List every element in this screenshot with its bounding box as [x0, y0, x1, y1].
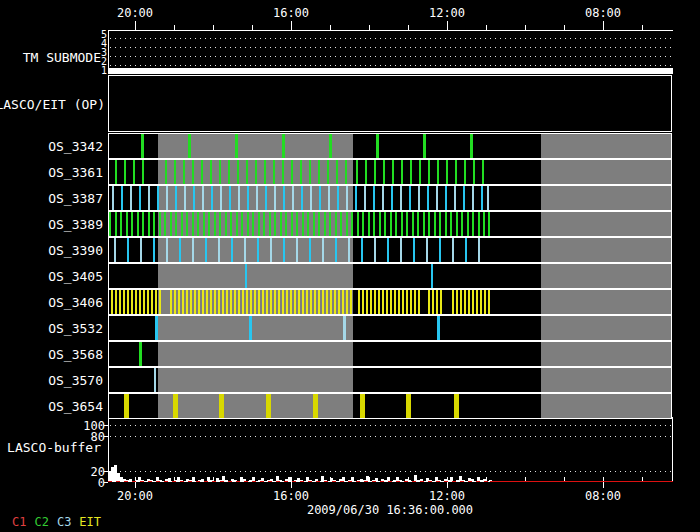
lasco-eit-label: LASCO/EIT (OP): [0, 97, 105, 112]
event-tick: [410, 160, 412, 184]
os-row-label: OS_3532: [48, 321, 103, 336]
os-row-label: OS_3390: [48, 243, 103, 258]
event-tick: [445, 186, 447, 210]
event-tick: [228, 160, 230, 184]
event-tick: [406, 290, 408, 314]
buffer-label: LASCO-buffer: [7, 440, 101, 455]
event-tick: [478, 212, 480, 236]
buffer-zero-line-dashed: [108, 481, 490, 482]
event-tick: [437, 316, 440, 340]
event-tick: [197, 212, 199, 236]
event-tick: [355, 186, 357, 210]
event-tick: [256, 186, 258, 210]
event-tick: [182, 290, 184, 314]
event-tick: [337, 186, 339, 210]
event-tick: [374, 238, 376, 262]
event-tick: [488, 212, 490, 236]
event-tick: [194, 290, 196, 314]
event-tick: [115, 160, 117, 184]
event-tick: [155, 290, 157, 314]
event-tick: [296, 212, 298, 236]
event-tick: [327, 160, 329, 184]
event-tick: [186, 212, 188, 236]
hour-tick-bottom: [486, 477, 487, 481]
event-tick: [302, 212, 304, 236]
event-tick: [335, 212, 337, 236]
event-tick: [423, 212, 425, 236]
event-tick: [214, 212, 216, 236]
event-tick: [264, 160, 266, 184]
tm-gridline: [110, 47, 672, 48]
tm-submode-value-bar: [108, 68, 673, 74]
event-tick: [274, 212, 276, 236]
event-tick: [417, 212, 419, 236]
event-tick: [137, 212, 139, 236]
event-tick: [121, 186, 123, 210]
event-tick: [434, 212, 436, 236]
hour-tick-bottom: [408, 477, 409, 481]
buffer-right-axis: [672, 417, 673, 482]
event-tick: [306, 290, 308, 314]
event-tick: [334, 290, 336, 314]
hour-tick: [564, 25, 565, 30]
event-tick: [263, 212, 265, 236]
event-tick: [246, 160, 248, 184]
event-tick: [159, 212, 161, 236]
event-tick: [153, 212, 155, 236]
event-tick: [361, 238, 363, 262]
event-tick: [419, 160, 421, 184]
os-row-label: OS_3405: [48, 269, 103, 284]
event-tick: [351, 212, 353, 236]
event-tick: [285, 212, 287, 236]
event-tick: [406, 394, 411, 418]
hour-tick: [642, 25, 643, 30]
event-tick: [387, 238, 389, 262]
event-tick: [446, 160, 448, 184]
event-tick: [292, 186, 294, 210]
event-tick: [406, 212, 408, 236]
event-tick: [192, 238, 194, 262]
event-tick: [487, 186, 489, 210]
event-tick: [322, 238, 324, 262]
event-tick: [456, 212, 458, 236]
event-tick: [178, 290, 180, 314]
event-tick: [467, 212, 469, 236]
event-tick: [273, 160, 275, 184]
hour-tick-bottom: [564, 477, 565, 481]
observation-band: [541, 160, 671, 184]
hour-tick-bottom: [603, 477, 604, 481]
os-row-label: OS_3654: [48, 399, 103, 414]
event-tick: [382, 290, 384, 314]
event-tick: [379, 212, 381, 236]
event-tick: [202, 186, 204, 210]
event-tick: [390, 290, 392, 314]
os-row-label: OS_3406: [48, 295, 103, 310]
observation-band: [158, 368, 353, 392]
event-tick: [119, 290, 121, 314]
event-tick: [324, 212, 326, 236]
event-tick: [418, 186, 420, 210]
event-tick: [440, 290, 442, 314]
event-tick: [283, 238, 285, 262]
event-tick: [460, 290, 462, 314]
event-tick: [115, 290, 117, 314]
event-tick: [218, 238, 220, 262]
event-tick: [461, 212, 463, 236]
observation-band: [541, 264, 671, 288]
event-tick: [174, 160, 176, 184]
event-tick: [366, 290, 368, 314]
tm-submode-label: TM SUBMODE: [23, 50, 101, 65]
event-tick: [234, 290, 236, 314]
event-tick: [190, 290, 192, 314]
event-tick: [249, 316, 252, 340]
hour-tick-bottom: [252, 477, 253, 481]
event-tick: [247, 212, 249, 236]
event-tick: [205, 238, 207, 262]
event-tick: [402, 290, 404, 314]
event-tick: [357, 212, 359, 236]
event-tick: [245, 264, 247, 288]
event-tick: [242, 290, 244, 314]
event-tick: [274, 290, 276, 314]
event-tick: [218, 290, 220, 314]
event-tick: [211, 186, 213, 210]
